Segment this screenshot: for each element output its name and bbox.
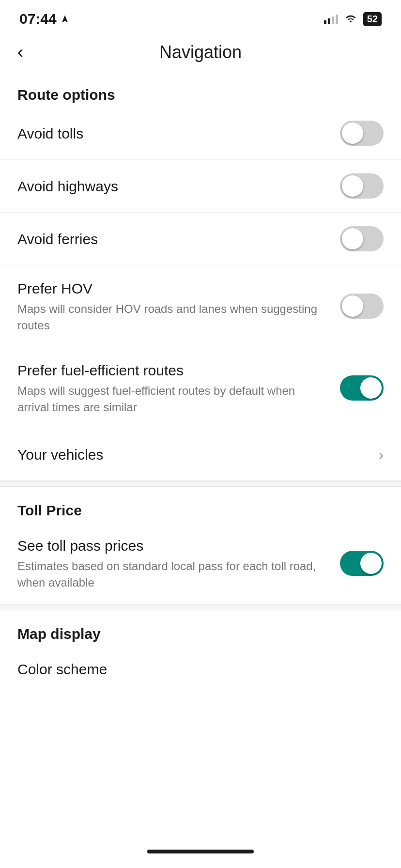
home-indicator xyxy=(147,850,254,853)
toggle-knob xyxy=(360,377,382,399)
chevron-right-icon: › xyxy=(379,447,384,463)
location-arrow-icon xyxy=(61,15,69,23)
toggle-knob xyxy=(360,553,382,574)
avoid-ferries-toggle[interactable] xyxy=(340,226,384,251)
back-button[interactable]: ‹ xyxy=(17,44,23,61)
battery-indicator: 52 xyxy=(363,12,382,26)
wifi-icon xyxy=(344,14,357,24)
time-display: 07:44 xyxy=(19,11,57,27)
section-divider-2 xyxy=(0,604,401,610)
prefer-hov-sublabel: Maps will consider HOV roads and lanes w… xyxy=(17,301,325,333)
toll-pass-prices-sublabel: Estimates based on standard local pass f… xyxy=(17,558,325,590)
status-bar: 07:44 52 xyxy=(0,0,401,34)
section-divider-1 xyxy=(0,481,401,487)
avoid-highways-row: Avoid highways xyxy=(0,160,401,213)
toll-price-header: Toll Price xyxy=(0,487,401,523)
toll-pass-prices-row: See toll pass prices Estimates based on … xyxy=(0,523,401,604)
color-scheme-row[interactable]: Color scheme xyxy=(0,646,401,692)
avoid-tolls-label: Avoid tolls xyxy=(17,124,325,143)
status-time: 07:44 xyxy=(19,11,69,27)
avoid-highways-toggle[interactable] xyxy=(340,173,384,199)
battery-level: 52 xyxy=(367,14,378,25)
route-options-header: Route options xyxy=(0,71,401,107)
map-display-header: Map display xyxy=(0,610,401,646)
toll-pass-prices-label: See toll pass prices xyxy=(17,536,325,555)
prefer-hov-toggle[interactable] xyxy=(340,294,384,319)
prefer-hov-row: Prefer HOV Maps will consider HOV roads … xyxy=(0,265,401,347)
color-scheme-label: Color scheme xyxy=(17,660,107,679)
page-header: ‹ Navigation xyxy=(0,34,401,71)
prefer-hov-label: Prefer HOV xyxy=(17,279,325,298)
bottom-bar xyxy=(0,840,401,858)
page-title: Navigation xyxy=(159,42,242,62)
status-icons: 52 xyxy=(324,12,382,26)
your-vehicles-label: Your vehicles xyxy=(17,447,103,463)
avoid-highways-label: Avoid highways xyxy=(17,177,325,196)
prefer-fuel-efficient-row: Prefer fuel-efficient routes Maps will s… xyxy=(0,347,401,429)
toll-pass-prices-toggle[interactable] xyxy=(340,551,384,576)
signal-icon xyxy=(324,14,338,24)
toll-price-section: Toll Price See toll pass prices Estimate… xyxy=(0,487,401,604)
map-display-section: Map display Color scheme xyxy=(0,610,401,692)
route-options-section: Route options Avoid tolls Avoid highways… xyxy=(0,71,401,481)
avoid-ferries-label: Avoid ferries xyxy=(17,230,325,248)
toggle-knob xyxy=(342,295,363,317)
prefer-fuel-efficient-label: Prefer fuel-efficient routes xyxy=(17,361,325,380)
prefer-fuel-efficient-toggle[interactable] xyxy=(340,375,384,401)
prefer-fuel-efficient-sublabel: Maps will suggest fuel-efficient routes … xyxy=(17,383,325,415)
avoid-tolls-toggle[interactable] xyxy=(340,121,384,146)
toggle-knob xyxy=(342,228,363,249)
your-vehicles-row[interactable]: Your vehicles › xyxy=(0,429,401,481)
avoid-tolls-row: Avoid tolls xyxy=(0,107,401,160)
toggle-knob xyxy=(342,175,363,197)
avoid-ferries-row: Avoid ferries xyxy=(0,213,401,265)
toggle-knob xyxy=(342,123,363,144)
